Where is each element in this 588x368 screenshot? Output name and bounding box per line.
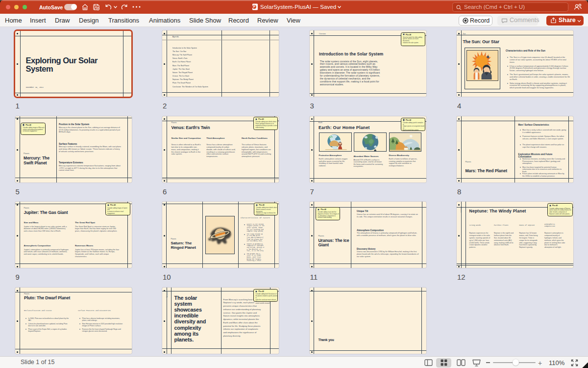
svg-text:P: P bbox=[253, 5, 256, 8]
